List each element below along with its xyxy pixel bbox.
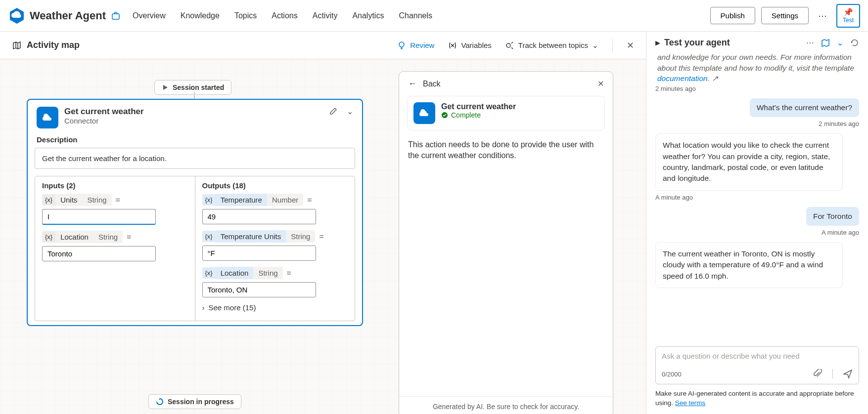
settings-button[interactable]: Settings <box>761 7 809 24</box>
detail-panel: ← Back ✕ Get current weather C <box>399 71 613 414</box>
canvas-body[interactable]: Session started Get current weather Conn… <box>0 59 646 414</box>
lightbulb-icon <box>397 41 406 50</box>
tab-analytics[interactable]: Analytics <box>352 11 384 20</box>
output-var-temp-units[interactable]: {x} Temperature Units String = <box>202 230 324 243</box>
input-var-location[interactable]: {x} Location String = <box>42 231 131 243</box>
detail-footer: Generated by AI. Be sure to check for ac… <box>399 396 613 414</box>
status-badge: Complete <box>441 111 516 119</box>
close-canvas-icon[interactable]: ✕ <box>627 40 634 51</box>
collapse-icon[interactable]: ▶ <box>655 39 660 46</box>
checkmark-icon <box>441 112 448 119</box>
canvas-area: Activity map Review Variables <box>0 32 646 414</box>
intro-message: and knowledge for your own needs. For mo… <box>655 52 859 84</box>
variables-button[interactable]: Variables <box>448 41 491 50</box>
detail-title: Get current weather <box>441 102 516 111</box>
pin-icon: 📌 <box>843 7 853 17</box>
weather-icon <box>413 102 435 124</box>
timestamp: A minute ago <box>655 194 859 201</box>
bot-icon[interactable] <box>111 11 121 21</box>
char-counter: 0/2000 <box>662 371 682 378</box>
output-var-location[interactable]: {x} Location String = <box>202 267 291 279</box>
back-icon[interactable]: ← <box>408 79 417 89</box>
input-location-field[interactable] <box>42 246 156 261</box>
svg-rect-1 <box>112 14 119 19</box>
session-started-node[interactable]: Session started <box>154 80 231 95</box>
user-message: What's the current weather? <box>750 98 859 117</box>
connector-card[interactable]: Get current weather Connector ⌄ Descript… <box>27 99 363 326</box>
play-icon <box>162 84 169 91</box>
input-units-field[interactable] <box>42 209 156 225</box>
spinner-icon <box>156 398 164 406</box>
map-icon <box>12 41 22 50</box>
app-logo <box>8 7 26 25</box>
app-title: Weather Agent <box>30 9 106 22</box>
timestamp: A minute ago <box>822 229 859 236</box>
more-menu-icon[interactable]: ⋯ <box>815 10 830 21</box>
chevron-right-icon: › <box>202 303 205 312</box>
outputs-label: Outputs (18) <box>202 181 348 190</box>
variable-icon <box>448 41 457 50</box>
external-icon: ↗ <box>712 74 718 83</box>
compose-box[interactable]: Ask a question or describe what you need… <box>655 346 859 384</box>
user-message: For Toronto <box>806 207 859 226</box>
publish-button[interactable]: Publish <box>710 7 755 24</box>
topbar: Weather Agent Overview Knowledge Topics … <box>0 0 868 32</box>
test-toggle[interactable]: 📌 Test <box>836 4 860 28</box>
close-detail-icon[interactable]: ✕ <box>597 79 604 88</box>
terms-link[interactable]: See terms <box>675 399 706 407</box>
tab-topics[interactable]: Topics <box>234 11 257 20</box>
canvas-title: Activity map <box>12 40 80 50</box>
svg-point-2 <box>399 42 404 47</box>
see-more-button[interactable]: › See more (15) <box>202 303 348 312</box>
disclaimer: Make sure AI-generated content is accura… <box>655 389 859 408</box>
description-text: Get the current weather for a location. <box>35 148 355 169</box>
send-icon[interactable] <box>843 369 853 379</box>
svg-marker-4 <box>163 85 168 90</box>
doc-link[interactable]: documentation. <box>657 74 710 83</box>
weather-icon <box>37 107 58 128</box>
output-temp-units-field[interactable] <box>202 246 316 261</box>
attach-icon[interactable] <box>813 369 822 379</box>
track-button[interactable]: Track between topics ⌄ <box>505 41 598 50</box>
tab-actions[interactable]: Actions <box>272 11 297 20</box>
chevron-down-icon: ⌄ <box>592 41 598 50</box>
test-title: Test your agent <box>664 38 730 48</box>
connector-title: Get current weather <box>64 107 144 117</box>
track-icon <box>505 41 514 50</box>
output-var-temperature[interactable]: {x} Temperature Number = <box>202 194 312 206</box>
compose-placeholder: Ask a question or describe what you need <box>662 352 853 360</box>
test-panel: ▶ Test your agent ⋯ ⌄ and knowledge for … <box>646 32 868 414</box>
tab-channels[interactable]: Channels <box>399 11 432 20</box>
detail-block: Get current weather Complete <box>407 96 605 130</box>
chat-log[interactable]: and knowledge for your own needs. For mo… <box>655 52 859 341</box>
canvas-toolbar: Activity map Review Variables <box>0 32 646 59</box>
tab-overview[interactable]: Overview <box>133 11 166 20</box>
review-button[interactable]: Review <box>397 41 434 50</box>
chevron-down-icon[interactable]: ⌄ <box>837 38 843 47</box>
tab-knowledge[interactable]: Knowledge <box>181 11 220 20</box>
svg-marker-6 <box>159 399 161 400</box>
bot-message: The current weather in Toronto, ON is mo… <box>655 242 843 288</box>
session-progress-node[interactable]: Session in progress <box>148 394 241 409</box>
timestamp: 2 minutes ago <box>819 120 859 127</box>
timestamp: 2 minutes ago <box>655 85 859 92</box>
refresh-icon[interactable] <box>850 39 859 47</box>
more-icon[interactable]: ⋯ <box>806 38 814 47</box>
description-label: Description <box>28 135 362 144</box>
back-label[interactable]: Back <box>423 80 441 88</box>
inputs-label: Inputs (2) <box>42 181 188 190</box>
output-location-field[interactable] <box>202 282 316 297</box>
inputs-column: Inputs (2) {x} Units String = {x} Locati… <box>35 176 195 321</box>
detail-note: This action needs to be done to provide … <box>399 130 613 170</box>
nav-tabs: Overview Knowledge Topics Actions Activi… <box>133 11 432 20</box>
chevron-down-icon[interactable]: ⌄ <box>347 107 353 116</box>
svg-point-3 <box>506 43 510 47</box>
map-icon[interactable] <box>821 39 830 47</box>
connector-subtitle: Connector <box>64 117 144 125</box>
edit-icon[interactable] <box>329 107 338 116</box>
input-var-units[interactable]: {x} Units String = <box>42 194 120 206</box>
output-temperature-field[interactable] <box>202 209 316 224</box>
tab-activity[interactable]: Activity <box>313 11 338 20</box>
outputs-column: Outputs (18) {x} Temperature Number = {x… <box>195 176 355 321</box>
bot-message: What location would you like to check th… <box>655 133 843 191</box>
